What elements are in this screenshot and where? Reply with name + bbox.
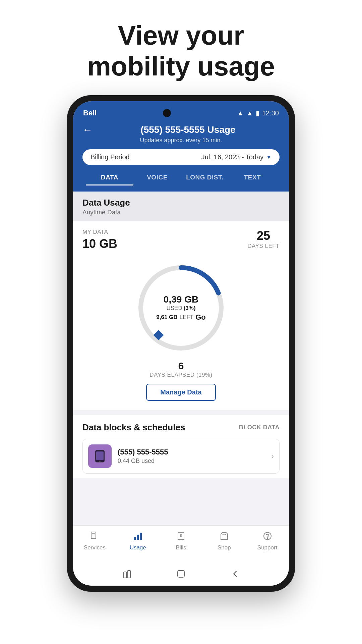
used-label: USED (3%) (156, 305, 205, 312)
used-gb: 0,39 GB (156, 294, 205, 305)
phone-info: (555) 555-5555 0.44 GB used (118, 448, 265, 465)
list-chevron-icon: › (271, 451, 274, 461)
phone-number-label: (555) 555-5555 (118, 448, 265, 457)
days-left-label: DAYS LEFT (247, 243, 280, 250)
nav-label-support: Support (257, 544, 278, 551)
system-nav-bar (73, 562, 289, 586)
gb-left-row: 9,61 GB LEFT Go (156, 313, 205, 322)
nav-label-services: Services (84, 544, 106, 551)
tab-voice[interactable]: VOICE (133, 169, 181, 185)
data-blocks-section: Data blocks & schedules BLOCK DATA (555)… (73, 415, 289, 478)
svg-rect-10 (140, 533, 142, 540)
my-data-value: 10 GB (82, 237, 117, 251)
tab-text[interactable]: TEXT (229, 169, 276, 185)
billing-value: Jul. 16, 2023 - Today ▼ (201, 153, 272, 161)
heading-line2: mobility usage (87, 51, 275, 82)
my-data-section: MY DATA 10 GB (82, 229, 117, 251)
svg-rect-16 (128, 571, 130, 578)
svg-rect-8 (134, 537, 136, 540)
battery-icon: ▮ (256, 109, 259, 117)
chevron-down-icon: ▼ (266, 154, 272, 160)
nav-item-usage[interactable]: Usage (116, 530, 160, 559)
carrier-label: Bell (83, 109, 97, 117)
services-icon (88, 530, 101, 542)
billing-period-selector[interactable]: Billing Period Jul. 16, 2023 - Today ▼ (82, 149, 280, 165)
main-content: Data Usage Anytime Data MY DATA 10 GB 25… (73, 192, 289, 525)
svg-text:$: $ (180, 534, 182, 538)
shop-icon (218, 530, 231, 542)
usage-icon (131, 530, 144, 542)
phone-image (93, 449, 107, 464)
header-subtitle: Updates approx. every 15 min. (82, 137, 280, 144)
bills-icon: $ (175, 530, 187, 542)
sys-nav-back[interactable] (228, 567, 242, 581)
block-data-link[interactable]: BLOCK DATA (239, 424, 280, 431)
donut-chart: 0,39 GB USED (3%) 9,61 GB LEFT Go (131, 258, 231, 358)
my-data-label: MY DATA (82, 229, 117, 235)
page-title: (555) 555-5555 Usage (97, 124, 280, 135)
data-blocks-title: Data blocks & schedules (82, 422, 185, 433)
data-stats-row: MY DATA 10 GB 25 DAYS LEFT (73, 221, 289, 254)
days-left-section: 25 DAYS LEFT (247, 229, 280, 250)
data-usage-header: Data Usage Anytime Data (73, 192, 289, 221)
billing-label: Billing Period (90, 153, 130, 161)
tab-bar: DATA VOICE LONG DIST. TEXT (82, 169, 280, 185)
time-label: 12:30 (262, 109, 279, 117)
status-icons: ▲ ▲ ▮ 12:30 (237, 109, 279, 117)
tab-long-dist[interactable]: LONG DIST. (181, 169, 229, 185)
days-left-number: 25 (247, 229, 280, 243)
days-elapsed-section: 6 DAYS ELAPSED (19%) (149, 360, 212, 378)
back-button[interactable]: ← (82, 124, 93, 136)
sys-nav-recent[interactable] (120, 567, 134, 581)
bottom-nav: Services Usage $ (73, 525, 289, 562)
nav-item-shop[interactable]: Shop (202, 530, 246, 559)
nav-label-usage: Usage (130, 544, 146, 551)
phone-screen: Bell ▲ ▲ ▮ 12:30 ← (555) 555-5555 Usage … (73, 101, 289, 586)
data-blocks-header: Data blocks & schedules BLOCK DATA (82, 422, 280, 433)
nav-item-services[interactable]: Services (73, 530, 116, 559)
nav-item-bills[interactable]: $ Bills (160, 530, 203, 559)
manage-data-button[interactable]: Manage Data (146, 384, 216, 401)
phone-used-label: 0.44 GB used (118, 458, 265, 465)
svg-rect-17 (178, 571, 184, 577)
sys-nav-home[interactable] (174, 567, 188, 581)
status-bar: Bell ▲ ▲ ▮ 12:30 (73, 101, 289, 120)
header-nav: ← (555) 555-5555 Usage (82, 124, 280, 136)
svg-rect-15 (124, 572, 126, 578)
tab-data[interactable]: DATA (86, 169, 133, 185)
signal-icon: ▲ (246, 109, 253, 117)
camera-notch (163, 109, 171, 117)
svg-rect-3 (96, 451, 104, 460)
svg-point-14 (267, 538, 268, 539)
data-usage-title: Data Usage (82, 198, 280, 208)
chart-container: 0,39 GB USED (3%) 9,61 GB LEFT Go (73, 254, 289, 410)
data-usage-subtitle: Anytime Data (82, 209, 280, 216)
svg-rect-9 (137, 535, 139, 540)
svg-rect-5 (91, 532, 96, 539)
donut-center-text: 0,39 GB USED (3%) 9,61 GB LEFT Go (156, 294, 205, 322)
header-section: ← (555) 555-5555 Usage Updates approx. e… (73, 120, 289, 192)
nav-item-support[interactable]: Support (246, 530, 289, 559)
phone-list-item[interactable]: (555) 555-5555 0.44 GB used › (82, 439, 280, 474)
phone-frame: Bell ▲ ▲ ▮ 12:30 ← (555) 555-5555 Usage … (67, 95, 295, 592)
heading-line1: View your (87, 20, 275, 51)
days-elapsed-number: 6 (178, 360, 184, 372)
nav-label-shop: Shop (218, 544, 231, 551)
svg-point-4 (99, 461, 101, 462)
days-elapsed-label: DAYS ELAPSED (19%) (149, 372, 212, 378)
page-heading: View your mobility usage (87, 20, 275, 82)
nav-label-bills: Bills (176, 544, 186, 551)
support-icon (261, 530, 274, 542)
wifi-icon: ▲ (237, 109, 244, 117)
phone-thumbnail (88, 444, 112, 468)
